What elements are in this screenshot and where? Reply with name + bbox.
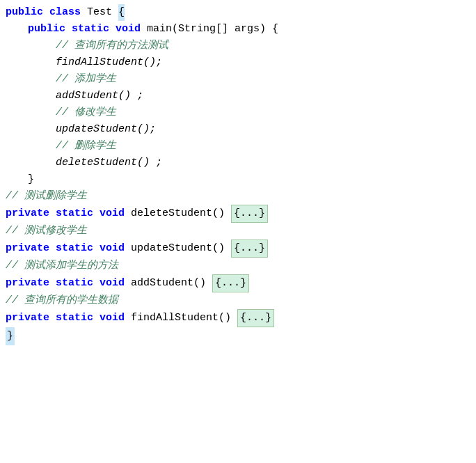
method-findall: findAllStudent() <box>131 310 237 327</box>
code-line-2: public static void main(String[] args) { <box>0 21 476 38</box>
collapsed-add[interactable]: {...} <box>212 274 249 292</box>
code-line-11: } <box>0 171 476 188</box>
keyword-public-class: public class <box>6 4 87 21</box>
main-method: main(String[] args) { <box>147 21 278 38</box>
comment-update-method: // 测试修改学生 <box>6 223 87 240</box>
code-line-16: // 测试添加学生的方法 <box>0 258 476 274</box>
class-name: Test <box>87 4 118 21</box>
code-line-6: addStudent() ; <box>0 88 476 104</box>
close-main: } <box>28 171 34 188</box>
keyword-add: private static void <box>6 275 131 292</box>
comment-findall-test: // 查询所有的方法测试 <box>56 38 168 54</box>
code-line-18: // 查询所有的学生数据 <box>0 292 476 309</box>
method-update: updateStudent() <box>131 240 231 257</box>
open-brace: { <box>118 4 125 21</box>
code-line-12: // 测试删除学生 <box>0 188 476 205</box>
code-line-19: private static void findAllStudent() {..… <box>0 309 476 327</box>
keyword-main: public static void <box>28 21 147 38</box>
keyword-delete: private static void <box>6 205 131 222</box>
code-editor: public class Test { public static void m… <box>0 0 476 463</box>
method-add: addStudent() <box>131 275 212 292</box>
code-line-5: // 添加学生 <box>0 71 476 88</box>
comment-add: // 添加学生 <box>56 71 116 88</box>
code-line-7: // 修改学生 <box>0 104 476 121</box>
code-line-15: private static void updateStudent() {...… <box>0 240 476 258</box>
collapsed-update[interactable]: {...} <box>231 240 268 258</box>
closing-brace-class: } <box>6 327 15 345</box>
keyword-findall: private static void <box>6 310 131 327</box>
code-line-8: updateStudent(); <box>0 121 476 138</box>
code-line-20: } <box>0 327 476 345</box>
collapsed-findall[interactable]: {...} <box>237 309 274 327</box>
call-findall: findAllStudent(); <box>56 54 162 71</box>
comment-delete-method: // 测试删除学生 <box>6 188 87 205</box>
code-line-9: // 删除学生 <box>0 138 476 155</box>
collapsed-delete[interactable]: {...} <box>231 205 268 223</box>
code-line-13: private static void deleteStudent() {...… <box>0 205 476 223</box>
method-delete: deleteStudent() <box>131 205 231 222</box>
code-line-10: deleteStudent() ; <box>0 155 476 171</box>
code-line-14: // 测试修改学生 <box>0 223 476 240</box>
call-update: updateStudent(); <box>56 121 156 138</box>
comment-add-method: // 测试添加学生的方法 <box>6 258 118 274</box>
code-line-3: // 查询所有的方法测试 <box>0 38 476 54</box>
comment-delete: // 删除学生 <box>56 138 116 155</box>
call-add: addStudent() ; <box>56 88 143 104</box>
code-line-4: findAllStudent(); <box>0 54 476 71</box>
keyword-update: private static void <box>6 240 131 257</box>
call-delete: deleteStudent() ; <box>56 155 162 171</box>
code-line-1: public class Test { <box>0 4 476 21</box>
code-line-17: private static void addStudent() {...} <box>0 274 476 292</box>
comment-update: // 修改学生 <box>56 104 116 121</box>
comment-findall-method: // 查询所有的学生数据 <box>6 292 118 309</box>
